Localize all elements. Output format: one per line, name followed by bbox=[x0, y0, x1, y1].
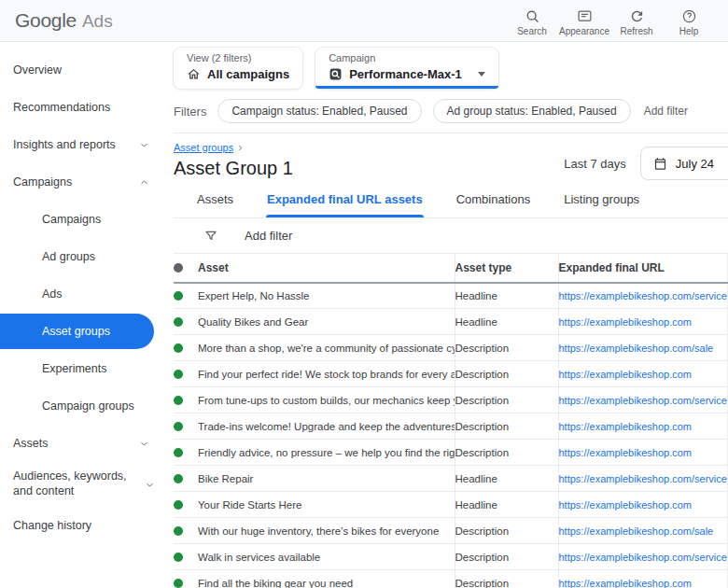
page-header: Asset groups Asset Group 1 Last 7 days J… bbox=[174, 133, 728, 180]
expanded-final-url-link[interactable]: https://examplebikeshop.com/sale bbox=[559, 343, 714, 354]
tab-assets[interactable]: Assets bbox=[196, 187, 234, 217]
chevron-down-icon bbox=[138, 139, 150, 151]
status-enabled-dot-icon bbox=[174, 343, 183, 353]
expanded-final-url-link[interactable]: https://examplebikeshop.com/sale bbox=[559, 525, 714, 537]
column-header-asset-type[interactable]: Asset type bbox=[455, 254, 558, 283]
sidebar-item-ads[interactable]: Ads bbox=[0, 275, 163, 313]
row-asset-type-cell: Description bbox=[455, 518, 558, 544]
refresh-button[interactable]: Refresh bbox=[610, 6, 663, 36]
row-status-cell bbox=[174, 387, 198, 413]
campaign-icon bbox=[329, 67, 343, 81]
sidebar-item-experiments[interactable]: Experiments bbox=[0, 350, 163, 387]
sidebar-item-audiences-keywords-and-content[interactable]: Audiences, keywords, and content bbox=[0, 462, 163, 507]
row-asset-type-cell: Headline bbox=[455, 492, 558, 518]
campaign-selector[interactable]: Campaign Performance-Max-1 bbox=[315, 48, 498, 89]
expanded-final-url-link[interactable]: https://examplebikeshop.com bbox=[559, 316, 692, 328]
sidebar-item-campaigns[interactable]: Campaigns bbox=[0, 201, 163, 238]
search-button[interactable]: Search bbox=[506, 6, 558, 36]
table-row[interactable]: Find your perfect ride! We stock top bra… bbox=[174, 361, 727, 387]
view-selector-label: View (2 filters) bbox=[187, 52, 289, 63]
expanded-final-url-link[interactable]: https://examplebikeshop.com/services bbox=[559, 552, 728, 563]
row-asset-cell: Find your perfect ride! We stock top bra… bbox=[198, 361, 455, 387]
column-header-asset[interactable]: Asset bbox=[198, 254, 455, 283]
table-row[interactable]: Bike RepairHeadlinehttps://examplebikesh… bbox=[174, 466, 727, 492]
filter-chip-ad-group-status[interactable]: Ad group status: Enabled, Paused bbox=[433, 99, 631, 123]
table-add-filter-button[interactable]: Add filter bbox=[245, 229, 292, 243]
expanded-final-url-link[interactable]: https://examplebikeshop.com/services bbox=[559, 473, 728, 484]
row-status-cell bbox=[174, 466, 198, 492]
sidebar-item-recommendations[interactable]: Recommendations bbox=[0, 89, 163, 126]
row-url-cell: https://examplebikeshop.com bbox=[558, 361, 727, 387]
expanded-final-url-link[interactable]: https://examplebikeshop.com bbox=[559, 447, 692, 458]
status-enabled-dot-icon bbox=[174, 396, 183, 405]
row-asset-type-cell: Description bbox=[455, 440, 558, 466]
expanded-final-url-link[interactable]: https://examplebikeshop.com/services bbox=[559, 395, 728, 406]
row-asset-cell: Bike Repair bbox=[198, 466, 455, 492]
filter-chip-campaign-status[interactable]: Campaign status: Enabled, Paused bbox=[217, 99, 421, 123]
tabs-bar: AssetsExpanded final URL assetsCombinati… bbox=[174, 180, 728, 218]
column-header-expanded-final-url[interactable]: Expanded final URL bbox=[558, 254, 727, 283]
date-picker-value: July 24 bbox=[676, 157, 714, 171]
status-column-header[interactable] bbox=[174, 254, 198, 283]
table-row[interactable]: Friendly advice, no pressure – we help y… bbox=[174, 440, 727, 466]
table-row[interactable]: Quality Bikes and GearHeadlinehttps://ex… bbox=[174, 309, 727, 335]
date-picker-button[interactable]: July 24 bbox=[640, 147, 728, 180]
row-asset-type-cell: Description bbox=[455, 361, 558, 387]
row-url-cell: https://examplebikeshop.com bbox=[558, 570, 727, 588]
row-asset-cell: Trade-ins welcome! Upgrade and keep the … bbox=[198, 413, 455, 440]
status-enabled-dot-icon bbox=[174, 317, 183, 327]
table-row[interactable]: Your Ride Starts HereHeadlinehttps://exa… bbox=[174, 492, 727, 518]
google-ads-logo[interactable]: Google Ads bbox=[15, 9, 113, 32]
add-filter-link[interactable]: Add filter bbox=[644, 105, 688, 118]
filters-label: Filters bbox=[174, 105, 206, 119]
row-url-cell: https://examplebikeshop.com/sale bbox=[558, 335, 727, 361]
sidebar-item-campaigns[interactable]: Campaigns bbox=[0, 163, 163, 201]
assets-table: Asset Asset type Expanded final URL Expe… bbox=[174, 253, 728, 588]
filter-funnel-icon[interactable] bbox=[203, 229, 218, 244]
status-header-dot-icon bbox=[174, 263, 183, 273]
sidebar-item-campaign-groups[interactable]: Campaign groups bbox=[0, 387, 163, 425]
tab-expanded-final-url-assets[interactable]: Expanded final URL assets bbox=[266, 187, 424, 217]
chevron-up-icon bbox=[138, 176, 150, 189]
expanded-final-url-link[interactable]: https://examplebikeshop.com bbox=[559, 421, 692, 432]
date-range-area: Last 7 days July 24 bbox=[564, 147, 728, 180]
sidebar-item-ad-groups[interactable]: Ad groups bbox=[0, 238, 163, 275]
row-url-cell: https://examplebikeshop.com/services bbox=[558, 387, 727, 413]
table-row[interactable]: Walk in services availableDescriptionhtt… bbox=[174, 544, 727, 570]
table-row[interactable]: Trade-ins welcome! Upgrade and keep the … bbox=[174, 413, 727, 440]
sidebar-item-overview[interactable]: Overview bbox=[0, 51, 163, 89]
view-selector[interactable]: View (2 filters) All campaigns bbox=[174, 48, 302, 89]
tab-combinations[interactable]: Combinations bbox=[455, 187, 532, 217]
expanded-final-url-link[interactable]: https://examplebikeshop.com bbox=[559, 578, 692, 588]
row-status-cell bbox=[174, 283, 198, 309]
sidebar-item-asset-groups[interactable]: Asset groups bbox=[0, 314, 154, 349]
status-enabled-dot-icon bbox=[174, 579, 183, 588]
row-status-cell bbox=[174, 492, 198, 518]
row-asset-type-cell: Description bbox=[455, 413, 558, 440]
appearance-button[interactable]: Appearance bbox=[558, 6, 610, 36]
row-asset-type-cell: Description bbox=[455, 335, 558, 361]
table-row[interactable]: More than a shop, we're a community of p… bbox=[174, 335, 727, 361]
sidebar-item-change-history[interactable]: Change history bbox=[0, 507, 163, 544]
row-status-cell bbox=[174, 440, 198, 466]
row-asset-cell: Quality Bikes and Gear bbox=[198, 309, 455, 335]
sidebar-item-assets[interactable]: Assets bbox=[0, 425, 163, 462]
row-url-cell: https://examplebikeshop.com/services bbox=[558, 283, 727, 309]
expanded-final-url-link[interactable]: https://examplebikeshop.com bbox=[559, 369, 692, 380]
table-row[interactable]: From tune-ups to custom builds, our mech… bbox=[174, 387, 727, 413]
table-row[interactable]: With our huge inventory, there's bikes f… bbox=[174, 518, 727, 544]
help-button[interactable]: Help bbox=[663, 6, 715, 36]
logo-ads-text: Ads bbox=[82, 11, 113, 32]
breadcrumb-asset-groups-link[interactable]: Asset groups bbox=[174, 142, 233, 153]
campaign-selector-label: Campaign bbox=[329, 52, 485, 63]
table-row[interactable]: Expert Help, No HassleHeadlinehttps://ex… bbox=[174, 283, 727, 309]
status-enabled-dot-icon bbox=[174, 474, 183, 483]
sidebar-item-insights-and-reports[interactable]: Insights and reports bbox=[0, 126, 163, 163]
row-url-cell: https://examplebikeshop.com bbox=[558, 413, 727, 440]
row-url-cell: https://examplebikeshop.com bbox=[558, 440, 727, 466]
row-asset-cell: More than a shop, we're a community of p… bbox=[198, 335, 455, 361]
tab-listing-groups[interactable]: Listing groups bbox=[563, 187, 640, 217]
expanded-final-url-link[interactable]: https://examplebikeshop.com bbox=[559, 499, 692, 511]
expanded-final-url-link[interactable]: https://examplebikeshop.com/services bbox=[559, 290, 728, 301]
table-row[interactable]: Find all the biking gear you needDescrip… bbox=[174, 570, 727, 588]
